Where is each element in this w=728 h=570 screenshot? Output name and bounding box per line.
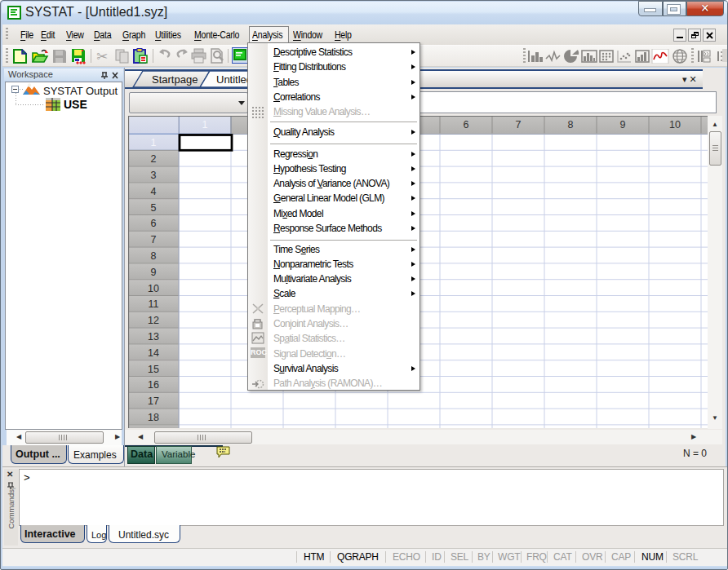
svg-text:6: 6: [464, 119, 469, 130]
svg-text:7: 7: [516, 119, 522, 130]
svg-text:1: 1: [202, 119, 208, 130]
svg-text:9: 9: [151, 267, 157, 278]
svg-text:13: 13: [148, 331, 159, 342]
svg-text:4: 4: [151, 186, 157, 197]
svg-text:12: 12: [148, 315, 159, 326]
svg-text:9: 9: [620, 119, 626, 130]
svg-text:2: 2: [151, 153, 157, 165]
svg-text:1: 1: [151, 137, 157, 148]
svg-text:11: 11: [149, 298, 159, 310]
svg-text:Startpage: Startpage: [152, 73, 198, 86]
svg-text:7: 7: [151, 234, 157, 245]
svg-text:3: 3: [151, 170, 157, 181]
svg-text:10: 10: [148, 283, 159, 294]
svg-text:17: 17: [148, 395, 159, 407]
svg-text:16: 16: [148, 379, 159, 391]
svg-text:6: 6: [151, 218, 157, 229]
svg-text:8: 8: [151, 250, 157, 262]
svg-text:18: 18: [148, 412, 159, 423]
svg-text:5: 5: [151, 202, 157, 214]
svg-text:8: 8: [568, 119, 574, 130]
svg-text:10: 10: [669, 119, 681, 130]
svg-text:14: 14: [148, 347, 159, 359]
svg-text:15: 15: [148, 364, 159, 375]
